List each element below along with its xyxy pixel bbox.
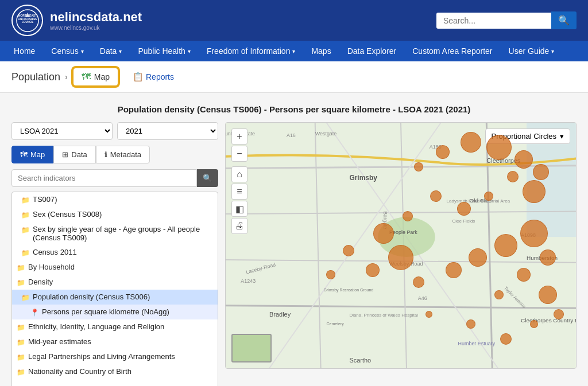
tree-item-label: Sex (Census TS008) — [33, 210, 102, 219]
map-data-circle — [413, 276, 424, 288]
map-data-circle — [530, 320, 538, 328]
layers-button[interactable]: ≡ — [231, 184, 247, 200]
map-data-circle — [484, 192, 493, 201]
map-data-circle — [425, 311, 432, 318]
tree-item-icon: 📁 — [17, 279, 25, 287]
map-data-circle — [457, 202, 471, 216]
breadcrumb-reports-link[interactable]: 📋 Reports — [133, 72, 174, 82]
map-data-circle — [326, 270, 335, 279]
tree-item-icon: 📁 — [17, 353, 25, 361]
svg-text:COUNCIL: COUNCIL — [21, 21, 33, 24]
svg-text:Cemetery: Cemetery — [327, 322, 345, 326]
data-tab-icon: ⊞ — [62, 150, 68, 159]
indicator-search-input[interactable] — [11, 169, 197, 187]
svg-text:Scartho: Scartho — [349, 357, 371, 364]
nav-public-health[interactable]: Public Health ▾ — [130, 41, 199, 61]
site-subtitle: www.nelincs.gov.uk — [50, 25, 142, 31]
dropdown-chevron-icon: ▾ — [560, 132, 564, 141]
tree-item-label: TS007) — [33, 195, 57, 204]
year-select[interactable]: 2021 — [117, 122, 218, 140]
svg-text:A16: A16 — [287, 132, 296, 138]
map-container[interactable]: Grimsby Cleethorpes Old Clee Bradley Sca… — [225, 122, 577, 369]
indicator-tree[interactable]: 📁TS007)📁Sex (Census TS008)📁Sex by single… — [11, 192, 218, 386]
svg-text:A1243: A1243 — [241, 278, 256, 284]
metadata-tab-icon: ℹ — [105, 150, 107, 159]
tab-data[interactable]: ⊞ Data — [53, 146, 95, 163]
nav-foi[interactable]: Freedom of Information ▾ — [199, 41, 304, 61]
tab-metadata[interactable]: ℹ Metadata — [96, 146, 150, 163]
tree-item-icon: 📁 — [21, 196, 30, 204]
tree-folder-item[interactable]: 📁Sex by single year of age - Age groups … — [12, 222, 218, 245]
map-tab-label: Map — [30, 150, 45, 159]
tree-item-icon: 📁 — [21, 249, 30, 257]
tree-folder-item[interactable]: 📁Nationality and Country of Birth — [12, 364, 218, 379]
search-row: 🔍 — [11, 169, 218, 187]
svg-text:Diana, Princess of Wales Hospi: Diana, Princess of Wales Hospital — [349, 313, 418, 318]
map-ctrl-group: ⌂ ≡ ◧ 🖨 — [231, 166, 247, 234]
zoom-out-button[interactable]: − — [231, 146, 247, 162]
tree-folder-item[interactable]: 📁Legal Partnerships and Living Arrangeme… — [12, 349, 218, 364]
map-data-circle — [430, 190, 442, 202]
breadcrumb-map-button[interactable]: 🗺 Map — [72, 67, 119, 87]
map-data-circle — [366, 263, 380, 277]
print-button[interactable]: 🖨 — [231, 218, 247, 234]
indicator-search-button[interactable]: 🔍 — [197, 169, 218, 187]
tree-item-label: Ethnicity, Identity, Language and Religi… — [28, 322, 164, 331]
map-data-circle — [517, 268, 531, 282]
search-button[interactable]: 🔍 — [551, 11, 577, 29]
map-data-circle — [446, 262, 462, 278]
svg-text:Bradley: Bradley — [269, 311, 291, 318]
home-button[interactable]: ⌂ — [231, 166, 247, 182]
map-thumbnail — [231, 334, 272, 362]
stack-button[interactable]: ◧ — [231, 201, 247, 217]
tree-item-icon: 📁 — [17, 368, 25, 376]
site-name-block: nelincsdata.net www.nelincs.gov.uk — [50, 10, 142, 31]
tree-folder-item[interactable]: 📁Ethnicity, Identity, Language and Relig… — [12, 319, 218, 334]
map-data-circle — [343, 245, 354, 256]
map-data-circle — [514, 150, 533, 169]
breadcrumb: Population › 🗺 Map 📋 Reports — [0, 61, 588, 93]
map-data-circle — [540, 249, 556, 266]
tree-item-label: Population density (Census TS006) — [33, 293, 150, 301]
map-data-circle — [414, 162, 423, 171]
nav-data[interactable]: Data ▾ — [92, 41, 130, 61]
tree-item-label: Sex by single year of age - Age groups -… — [33, 225, 213, 242]
nav-user-guide[interactable]: User Guide ▾ — [501, 41, 563, 61]
tree-folder-item[interactable]: 📁Census 2011 — [12, 245, 218, 260]
map-data-circle — [533, 164, 549, 180]
tree-folder-item[interactable]: 📁By Household — [12, 260, 218, 275]
nav-maps[interactable]: Maps — [303, 41, 339, 61]
nav-custom-area[interactable]: Custom Area Reporter — [404, 41, 500, 61]
map-data-circle — [507, 171, 519, 182]
breadcrumb-title: Population — [11, 71, 60, 83]
main-content: Population density (Census TS006) - Pers… — [0, 93, 588, 386]
tree-folder-item[interactable]: 📁Mid-year estimates — [12, 334, 218, 349]
nav-data-explorer[interactable]: Data Explorer — [339, 41, 405, 61]
tree-item-label: Density — [28, 278, 53, 286]
map-data-circle — [523, 180, 546, 203]
tree-folder-item[interactable]: 📁Density — [12, 275, 218, 290]
tree-folder-item[interactable]: 📁TS007) — [12, 192, 218, 207]
zoom-in-button[interactable]: + — [231, 128, 247, 145]
tree-item-icon: 📁 — [17, 264, 25, 272]
svg-text:Ladysmith Road Industrial Area: Ladysmith Road Industrial Area — [447, 198, 510, 204]
right-panel: Grimsby Cleethorpes Old Clee Bradley Sca… — [225, 122, 577, 386]
tab-map[interactable]: 🗺 Map — [11, 146, 53, 163]
nav-home[interactable]: Home — [6, 41, 43, 61]
tree-item-label: Legal Partnerships and Living Arrangemen… — [28, 352, 175, 361]
nav-census[interactable]: Census ▾ — [43, 41, 91, 61]
tree-folder-item[interactable]: 📁Sex (Census TS008) — [12, 207, 218, 222]
map-tab-icon: 🗺 — [20, 150, 28, 159]
svg-text:Humber Estuary: Humber Estuary — [458, 341, 496, 346]
tree-item-icon: 📁 — [17, 323, 25, 332]
content-row: LSOA 2021 2021 🗺 Map ⊞ Data ℹ Metadata — [11, 122, 577, 386]
tree-item-label: Census 2011 — [33, 248, 77, 256]
tree-leaf-item[interactable]: 📍Persons per square kilometre (NoAgg) — [12, 305, 218, 319]
tree-folder-item[interactable]: 📁Population density (Census TS006) — [12, 290, 218, 305]
tree-item-icon: 📍 — [30, 309, 39, 317]
search-input[interactable] — [436, 13, 551, 29]
left-panel: LSOA 2021 2021 🗺 Map ⊞ Data ℹ Metadata — [11, 122, 218, 386]
geography-select[interactable]: LSOA 2021 — [11, 122, 113, 140]
tree-item-icon: 📁 — [21, 226, 30, 234]
tree-item-label: Nationality and Country of Birth — [28, 367, 131, 376]
